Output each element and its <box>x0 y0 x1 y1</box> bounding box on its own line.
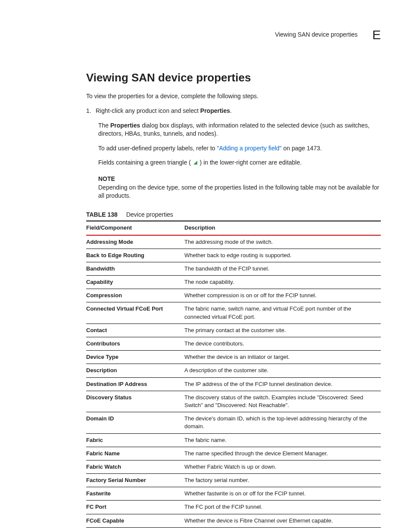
table-row: Factory Serial NumberThe factory serial … <box>86 474 381 487</box>
table-row: Connected Virtual FCoE PortThe fabric na… <box>86 302 381 324</box>
field-cell: Capability <box>86 276 184 289</box>
field-cell: Description <box>86 364 184 377</box>
table-row: Fabric NameThe name specified through th… <box>86 447 381 460</box>
table-row: FCS RoleWhether FCS is supported. <box>86 527 381 532</box>
table-row: ContributorsThe device contributors. <box>86 337 381 351</box>
table-row: CompressionWhether compression is on or … <box>86 289 381 302</box>
description-cell: The FC port of the FCIP tunnel. <box>184 501 381 514</box>
page-title: Viewing SAN device properties <box>86 70 381 85</box>
description-cell: The discovery status of the switch. Exam… <box>184 391 381 412</box>
table-row: FCoE CapableWhether the device is Fibre … <box>86 514 381 527</box>
description-cell: The fabric name, switch name, and virtua… <box>184 302 381 324</box>
description-cell: The name specified through the device El… <box>184 447 381 460</box>
field-cell: Fastwrite <box>86 487 184 501</box>
running-title: Viewing SAN device properties <box>275 31 358 39</box>
table-row: Fabric WatchWhether Fabric Watch is up o… <box>86 460 381 473</box>
para2-prefix: The <box>98 122 110 129</box>
description-cell: The bandwidth of the FCIP tunnel. <box>184 262 381 275</box>
table-caption: TABLE 138Device properties <box>86 211 381 219</box>
table-title: Device properties <box>126 211 173 218</box>
field-cell: Contact <box>86 324 184 337</box>
step-text-suffix: . <box>230 107 232 114</box>
description-cell: The device's domain ID, which is the top… <box>184 412 381 433</box>
description-cell: The IP address of the of the FCIP tunnel… <box>184 377 381 391</box>
main-content: Viewing SAN device properties To view th… <box>86 70 381 532</box>
step-number: 1. <box>86 107 96 115</box>
intro-paragraph: To view the properties for a device, com… <box>86 92 381 101</box>
description-cell: Whether Fabric Watch is up or down. <box>184 460 381 473</box>
table-row: DescriptionA description of the customer… <box>86 364 381 377</box>
table-row: FabricThe fabric name. <box>86 433 381 447</box>
description-cell: Whether compression is on or off for the… <box>184 289 381 302</box>
field-cell: Discovery Status <box>86 391 184 412</box>
table-row: Discovery StatusThe discovery status of … <box>86 391 381 412</box>
field-cell: Back to Edge Routing <box>86 249 184 262</box>
table-row: ContactThe primary contact at the custom… <box>86 324 381 337</box>
description-cell: Whether back to edge routing is supporte… <box>184 249 381 262</box>
field-cell: Connected Virtual FCoE Port <box>86 302 184 324</box>
device-properties-table: Field/Component Description Addressing M… <box>86 221 381 532</box>
table-row: CapabilityThe node capability. <box>86 276 381 289</box>
para3-suffix: on page 1473. <box>282 145 322 152</box>
field-cell: Factory Serial Number <box>86 474 184 487</box>
note-label: NOTE <box>98 175 381 184</box>
description-cell: The primary contact at the customer site… <box>184 324 381 337</box>
table-row: Back to Edge RoutingWhether back to edge… <box>86 249 381 262</box>
para4-prefix: Fields containing a green triangle ( <box>98 159 193 166</box>
cross-reference-paragraph: To add user-defined property labels, ref… <box>98 144 381 153</box>
field-cell: Contributors <box>86 337 184 351</box>
field-cell: Domain ID <box>86 412 184 433</box>
field-cell: Fabric Name <box>86 447 184 460</box>
description-cell: The factory serial number. <box>184 474 381 487</box>
field-cell: Compression <box>86 289 184 302</box>
field-cell: Destination IP Address <box>86 377 184 391</box>
field-cell: Addressing Mode <box>86 235 184 249</box>
note-text: Depending on the device type, some of th… <box>98 184 381 200</box>
field-cell: FCS Role <box>86 527 184 532</box>
page-header: Viewing SAN device properties E <box>30 26 381 44</box>
field-cell: FC Port <box>86 501 184 514</box>
table-header-row: Field/Component Description <box>86 221 381 235</box>
green-triangle-icon <box>193 161 197 165</box>
field-cell: Fabric Watch <box>86 460 184 473</box>
table-row: Destination IP AddressThe IP address of … <box>86 377 381 391</box>
field-cell: Bandwidth <box>86 262 184 275</box>
description-cell: A description of the customer site. <box>184 364 381 377</box>
field-cell: Fabric <box>86 433 184 447</box>
table-row: Device TypeWhether the device is an init… <box>86 351 381 364</box>
table-row: Addressing ModeThe addressing mode of th… <box>86 235 381 249</box>
col-field: Field/Component <box>86 221 184 235</box>
table-number: TABLE 138 <box>86 211 118 218</box>
step-text-prefix: Right-click any product icon and select <box>96 107 200 114</box>
editable-fields-paragraph: Fields containing a green triangle ( ) i… <box>98 159 381 167</box>
description-cell: Whether FCS is supported. <box>184 527 381 532</box>
para4-suffix: ) in the lower-right corner are editable… <box>198 159 302 166</box>
step-text-bold: Properties <box>200 107 230 114</box>
step-1: 1.Right-click any product icon and selec… <box>86 107 381 115</box>
description-cell: The fabric name. <box>184 433 381 447</box>
description-cell: The addressing mode of the switch. <box>184 235 381 249</box>
para2-bold: Properties <box>110 122 140 129</box>
description-cell: The device contributors. <box>184 337 381 351</box>
table-row: FastwriteWhether fastwrite is on or off … <box>86 487 381 501</box>
description-cell: Whether fastwrite is on or off for the F… <box>184 487 381 501</box>
description-cell: The node capability. <box>184 276 381 289</box>
description-cell: Whether the device is an initiator or ta… <box>184 351 381 364</box>
para3-prefix: To add user-defined property labels, ref… <box>98 145 217 152</box>
table-row: FC PortThe FC port of the FCIP tunnel. <box>86 501 381 514</box>
field-cell: Device Type <box>86 351 184 364</box>
appendix-letter: E <box>372 26 381 44</box>
table-row: Domain IDThe device's domain ID, which i… <box>86 412 381 433</box>
field-cell: FCoE Capable <box>86 514 184 527</box>
description-cell: Whether the device is Fibre Channel over… <box>184 514 381 527</box>
adding-property-field-link[interactable]: "Adding a property field" <box>217 145 282 152</box>
col-description: Description <box>184 221 381 235</box>
table-row: BandwidthThe bandwidth of the FCIP tunne… <box>86 262 381 275</box>
properties-dialog-paragraph: The Properties dialog box displays, with… <box>98 121 381 138</box>
